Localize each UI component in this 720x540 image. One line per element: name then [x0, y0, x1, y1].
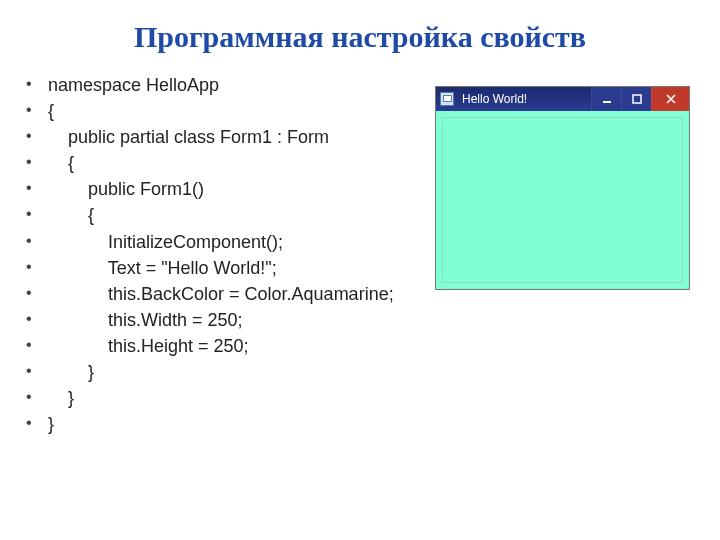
svg-rect-1: [633, 95, 641, 103]
code-line: }: [26, 359, 394, 385]
maximize-button[interactable]: [621, 87, 651, 111]
demo-window: Hello World!: [435, 86, 690, 290]
svg-rect-0: [603, 101, 611, 103]
code-line: }: [26, 385, 394, 411]
window-controls: [591, 87, 689, 111]
code-line: {: [26, 202, 394, 228]
code-line: namespace HelloApp: [26, 72, 394, 98]
close-button[interactable]: [651, 87, 689, 111]
code-line: {: [26, 150, 394, 176]
close-icon: [666, 94, 676, 104]
slide-title: Программная настройка свойств: [0, 0, 720, 54]
code-line: this.Height = 250;: [26, 333, 394, 359]
minimize-icon: [602, 94, 612, 104]
code-line: public partial class Form1 : Form: [26, 124, 394, 150]
code-line: this.Width = 250;: [26, 307, 394, 333]
code-line: }: [26, 411, 394, 437]
window-titlebar[interactable]: Hello World!: [436, 87, 689, 111]
window-app-icon: [440, 92, 454, 106]
window-client-area: [442, 117, 683, 283]
code-line: InitializeComponent();: [26, 229, 394, 255]
code-line: Text = "Hello World!";: [26, 255, 394, 281]
minimize-button[interactable]: [591, 87, 621, 111]
code-list: namespace HelloApp { public partial clas…: [26, 72, 394, 437]
maximize-icon: [632, 94, 642, 104]
code-line: this.BackColor = Color.Aquamarine;: [26, 281, 394, 307]
code-line: public Form1(): [26, 176, 394, 202]
window-title: Hello World!: [462, 92, 591, 106]
code-line: {: [26, 98, 394, 124]
